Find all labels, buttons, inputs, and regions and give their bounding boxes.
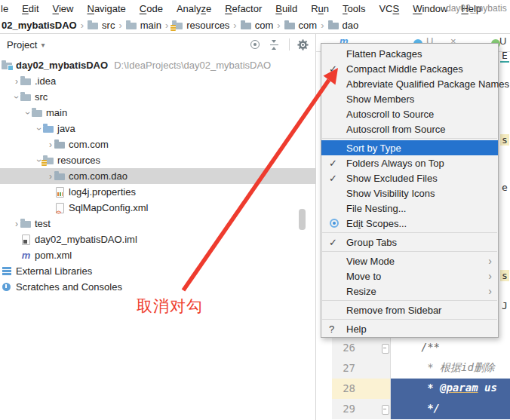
breadcrumb-item-main[interactable]: main — [126, 20, 161, 31]
breadcrumb-item-02_mybatisDAO[interactable]: 02_mybatisDAO — [0, 20, 77, 31]
collapse-all-icon[interactable] — [269, 39, 281, 51]
tree-row-day02_mybatisDAO[interactable]: day02_mybatisDAOD:\IdeaProjects\day02_my… — [0, 57, 315, 73]
tree-label: day02_mybatisDAO — [16, 60, 108, 71]
menubar-item-run[interactable]: Run — [304, 3, 336, 14]
breadcrumb-label: main — [140, 20, 161, 31]
code-text[interactable]: * @param us — [391, 379, 510, 399]
code-line-27: 27 * 根据id删除 — [316, 358, 510, 379]
root-icon — [2, 60, 13, 70]
tree-row-src[interactable]: ›src — [0, 89, 315, 105]
folder-icon — [126, 20, 137, 30]
folder-icon — [88, 20, 99, 30]
menu-item-compact-middle-packages[interactable]: ✓Compact Middle Packages — [321, 61, 498, 76]
checkmark-icon: ✓ — [329, 237, 346, 248]
breadcrumb-item-resources[interactable]: resources — [172, 20, 229, 31]
menubar-item-vcs[interactable]: VCS — [372, 3, 406, 14]
tree-label: Scratches and Consoles — [16, 281, 122, 293]
menubar-item-file-partial[interactable]: le — [0, 3, 15, 14]
tree-row-pom.xml[interactable]: mpom.xml — [0, 247, 315, 263]
code-text[interactable]: * 根据id删除 — [391, 358, 510, 379]
chevron-collapsed-icon[interactable]: › — [47, 141, 54, 149]
menu-item-show-visibility-icons[interactable]: Show Visibility Icons — [321, 185, 498, 201]
breadcrumb-item-com[interactable]: com — [284, 20, 318, 31]
menu-item-move-to[interactable]: Move to› — [321, 268, 498, 284]
menu-item-show-excluded-files[interactable]: ✓Show Excluded Files — [321, 170, 498, 185]
breadcrumb-item-src[interactable]: src — [88, 20, 115, 31]
fold-start-icon[interactable] — [382, 344, 389, 354]
editor-text-fragment: J — [500, 300, 509, 311]
menu-item-folders-always-on-top[interactable]: ✓Folders Always on Top — [321, 155, 498, 170]
locate-icon[interactable] — [250, 39, 261, 51]
fold-end-icon[interactable] — [382, 405, 389, 415]
tree-row-test[interactable]: ›test — [0, 216, 315, 231]
tree-row-day02_mybatisDAO.iml[interactable]: day02_mybatisDAO.iml — [0, 231, 315, 247]
tree-row-java[interactable]: ›java — [0, 121, 315, 136]
menu-item-group-tabs[interactable]: ✓Group Tabs — [321, 235, 498, 250]
code-line-28: 28 * @param us — [316, 379, 510, 399]
tree-row-main[interactable]: ›main — [0, 105, 315, 121]
chevron-collapsed-icon[interactable]: › — [13, 78, 20, 85]
chevron-down-icon[interactable]: ▾ — [41, 41, 45, 49]
menu-item-abbreviate-qualified-package-names[interactable]: Abbreviate Qualified Package Names — [321, 76, 498, 91]
menu-item-remove-from-sidebar[interactable]: Remove from Sidebar — [321, 302, 498, 317]
tree-label: .idea — [35, 75, 56, 87]
menu-item-autoscroll-from-source[interactable]: Autoscroll from Source — [321, 121, 498, 136]
menubar-item-tools[interactable]: Tools — [336, 3, 372, 14]
code-text[interactable]: /** — [391, 338, 510, 358]
menu-item-label: Show Visibility Icons — [346, 188, 435, 199]
tree-row-.idea[interactable]: ›.idea — [0, 73, 315, 89]
menu-item-label: Resize — [346, 286, 376, 297]
breadcrumb-item-com[interactable]: com — [241, 20, 274, 31]
project-scrollbar-thumb[interactable] — [299, 209, 306, 230]
menu-item-file-nesting-[interactable]: File Nesting... — [321, 201, 498, 216]
project-panel-title[interactable]: Project — [7, 39, 37, 51]
breadcrumb-label: com — [299, 20, 318, 31]
tree-row-External Libraries[interactable]: External Libraries — [0, 263, 315, 279]
menubar-item-navigate[interactable]: Navigate — [80, 3, 132, 14]
menu-item-flatten-packages[interactable]: Flatten Packages — [321, 46, 498, 61]
project-options-popup-menu: Flatten Packages✓Compact Middle Packages… — [321, 43, 499, 338]
package-icon — [241, 20, 252, 30]
tree-label: com.com.dao — [69, 170, 128, 182]
menubar-item-build[interactable]: Build — [269, 3, 304, 14]
tree-path: D:\IdeaProjects\day02_mybatisDAO — [114, 60, 271, 71]
settings-gear-icon[interactable] — [297, 39, 309, 51]
menubar-item-analyze[interactable]: Analyze — [170, 3, 218, 14]
menu-item-edit-scopes-[interactable]: Edit Scopes... — [321, 216, 498, 231]
tree-row-SqlMapConfig.xml[interactable]: SqlMapConfig.xml — [0, 200, 315, 216]
checkmark-icon: ✓ — [329, 158, 346, 169]
chevron-expanded-icon[interactable]: › — [35, 125, 43, 133]
menu-item-sort-by-type[interactable]: Sort by Type — [321, 140, 498, 155]
menubar-item-edit[interactable]: Edit — [15, 3, 45, 14]
code-text[interactable]: */ — [391, 399, 510, 419]
tree-row-log4j.properties[interactable]: log4j.properties — [0, 184, 315, 200]
breadcrumb-item-dao[interactable]: dao — [328, 20, 359, 31]
editor-left-margin — [316, 399, 332, 419]
menubar-item-refactor[interactable]: Refactor — [218, 3, 269, 14]
tree-row-Scratches and Consoles[interactable]: Scratches and Consoles — [0, 279, 315, 295]
code-line-26: 26 /** — [316, 338, 510, 358]
folder-resources-icon — [172, 20, 183, 30]
menu-item-autoscroll-to-source[interactable]: Autoscroll to Source — [321, 106, 498, 121]
editor-text-fragment: E — [500, 50, 509, 63]
menu-item-help[interactable]: ?Help — [321, 321, 498, 336]
chevron-collapsed-icon[interactable]: › — [47, 173, 54, 180]
tree-row-com.com[interactable]: ›com.com — [0, 136, 315, 152]
tree-label: src — [35, 91, 48, 103]
folder-icon — [32, 108, 43, 118]
menu-item-view-mode[interactable]: View Mode› — [321, 253, 498, 268]
tree-label: pom.xml — [35, 250, 72, 261]
window-title: day02_mybatis — [446, 3, 510, 14]
menu-item-resize[interactable]: Resize› — [321, 284, 498, 299]
chevron-expanded-icon[interactable]: › — [13, 94, 20, 101]
menu-item-label: File Nesting... — [346, 203, 406, 214]
code-editor: 26 /**27 * 根据id删除28 * @param us29 */ — [316, 338, 510, 420]
chevron-expanded-icon[interactable]: › — [24, 109, 32, 117]
menubar-item-view[interactable]: View — [46, 3, 81, 14]
menubar-item-code[interactable]: Code — [133, 3, 170, 14]
tree-row-com.com.dao[interactable]: ›com.com.dao — [0, 168, 315, 184]
menu-item-label: Help — [346, 323, 367, 335]
tree-row-resources[interactable]: ›resources — [0, 152, 315, 168]
chevron-collapsed-icon[interactable]: › — [13, 220, 20, 228]
menu-item-show-members[interactable]: Show Members — [321, 91, 498, 106]
